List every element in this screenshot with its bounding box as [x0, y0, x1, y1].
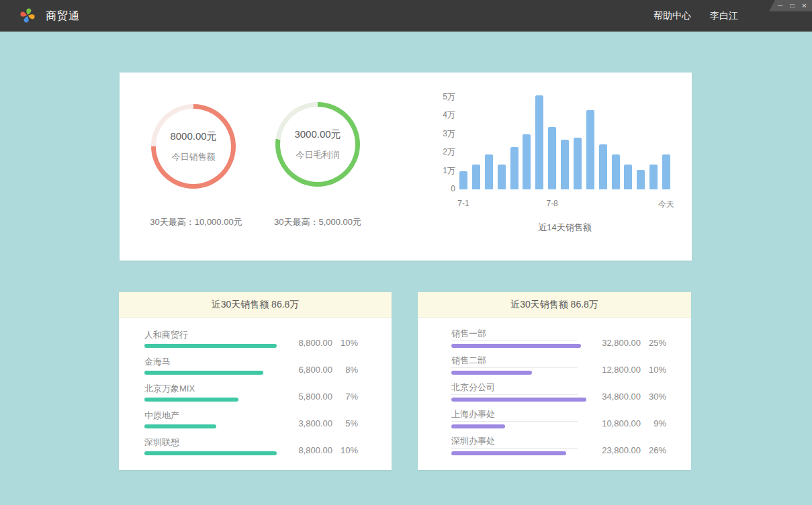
- rank-item-left: 北京万象MIX: [144, 383, 282, 402]
- rank-item-values: 6,800.008%: [282, 365, 358, 375]
- minimize-icon[interactable]: ─: [776, 3, 784, 9]
- chart-bar: [485, 154, 493, 189]
- chart-y-axis: 5万4万3万2万1万0: [434, 88, 455, 198]
- close-icon[interactable]: ✕: [801, 3, 808, 9]
- rank-item-left: 销售二部: [451, 355, 590, 375]
- rank-item-amount: 8,800.00: [282, 445, 332, 455]
- rank-item-values: 23,800.0026%: [590, 445, 666, 455]
- customer-rank-row: 深圳联想8,800.0010%: [144, 437, 358, 455]
- chart-x-axis: 7-17-8今天: [459, 199, 670, 210]
- rank-item-bar: [144, 344, 277, 348]
- chart-bar: [599, 144, 607, 189]
- rank-item-bar: [144, 371, 263, 375]
- y-tick-label: 5万: [434, 88, 455, 106]
- department-rank-row: 销售一部32,800.0025%: [451, 329, 666, 348]
- customer-rank-card: 近30天销售额 86.8万 人和商贸行8,800.0010%金海马6,800.0…: [119, 292, 392, 470]
- rank-item-left: 北京分公司: [451, 381, 590, 402]
- chart-bar: [637, 170, 645, 189]
- chart-bar: [612, 154, 620, 189]
- chart-bar: [586, 110, 594, 189]
- app-title: 商贸通: [46, 0, 80, 32]
- rank-item-amount: 12,800.00: [590, 365, 641, 375]
- rank-item-percent: 9%: [641, 418, 666, 428]
- x-tick-label: 7-1: [457, 199, 469, 208]
- bar-plot: [459, 93, 670, 189]
- customer-rank-title: 近30天销售额 86.8万: [119, 292, 392, 318]
- titlebar-nav: 帮助中心 李白江: [653, 0, 738, 32]
- today-overview-card: 8000.00元 今日销售额 30天最高：10,000.00元 3000.00元…: [120, 73, 692, 261]
- rank-item-name: 北京万象MIX: [144, 383, 282, 394]
- rank-item-bar: [451, 424, 505, 428]
- rank-item-values: 8,800.0010%: [282, 445, 358, 455]
- rank-item-bar: [144, 398, 238, 402]
- rank-item-percent: 8%: [332, 365, 358, 375]
- department-rank-row: 北京分公司34,800.0030%: [451, 383, 666, 402]
- rank-item-left: 中原地产: [144, 410, 282, 428]
- titlebar: 商贸通 帮助中心 李白江 ─ □ ✕: [0, 0, 812, 32]
- rank-item-percent: 10%: [332, 338, 358, 348]
- rank-item-name: 销售二部: [451, 355, 578, 368]
- rank-item-percent: 30%: [641, 392, 666, 402]
- today-sales-ring-center: 8000.00元 今日销售额: [156, 109, 231, 184]
- y-tick-label: 1万: [434, 162, 455, 180]
- help-center-link[interactable]: 帮助中心: [653, 10, 691, 22]
- rank-item-percent: 26%: [641, 445, 666, 455]
- chart-bar: [523, 134, 531, 189]
- today-sales-label: 今日销售额: [172, 151, 216, 163]
- rank-item-amount: 8,800.00: [282, 338, 332, 348]
- rank-item-values: 34,800.0030%: [590, 392, 666, 402]
- user-menu[interactable]: 李白江: [710, 10, 738, 22]
- department-rank-row: 上海办事处10,800.009%: [451, 410, 666, 428]
- profit-30d-max: 30天最高：5,000.00元: [237, 216, 398, 228]
- rank-item-bar: [451, 371, 532, 375]
- rank-item-amount: 5,800.00: [282, 392, 332, 402]
- department-rank-body: 销售一部32,800.0025%销售二部12,800.0010%北京分公司34,…: [418, 318, 691, 455]
- rank-item-name: 北京分公司: [451, 381, 578, 395]
- department-rank-title: 近30天销售额 86.8万: [418, 292, 691, 318]
- chart-bar: [624, 165, 632, 189]
- rank-item-left: 深圳办事处: [451, 435, 590, 455]
- x-tick-label: 7-8: [546, 199, 557, 208]
- today-profit-ring-center: 3000.00元 今日毛利润: [280, 107, 355, 182]
- rank-item-values: 12,800.0010%: [590, 365, 666, 375]
- rank-item-bar: [144, 424, 216, 428]
- today-sales-ring: 8000.00元 今日销售额: [151, 104, 236, 189]
- window-controls: ─ □ ✕: [769, 0, 812, 11]
- x-tick-label: 今天: [658, 199, 674, 210]
- rank-item-bar: [144, 451, 277, 455]
- rank-item-left: 深圳联想: [144, 437, 282, 455]
- y-tick-label: 4万: [434, 106, 455, 124]
- chart-bar: [498, 165, 506, 189]
- today-sales-value: 8000.00元: [170, 130, 216, 143]
- rank-item-name: 销售一部: [451, 328, 578, 341]
- customer-rank-body: 人和商贸行8,800.0010%金海马6,800.008%北京万象MIX5,80…: [119, 318, 392, 455]
- today-profit-label: 今日毛利润: [296, 149, 340, 161]
- rank-item-percent: 7%: [332, 392, 358, 402]
- y-tick-label: 0: [434, 180, 455, 198]
- rank-item-values: 10,800.009%: [590, 418, 666, 428]
- rank-item-percent: 10%: [332, 445, 358, 455]
- rank-item-percent: 25%: [641, 338, 666, 348]
- maximize-icon[interactable]: □: [788, 3, 796, 9]
- y-tick-label: 2万: [434, 143, 455, 161]
- rank-item-left: 销售一部: [451, 328, 590, 348]
- rank-item-amount: 34,800.00: [590, 392, 641, 402]
- customer-rank-row: 中原地产3,800.005%: [144, 410, 358, 428]
- rank-item-amount: 10,800.00: [590, 418, 641, 428]
- chart-bar: [561, 140, 569, 189]
- rank-item-amount: 23,800.00: [590, 445, 641, 455]
- logo-pinwheel-icon: [19, 7, 36, 24]
- rank-item-name: 金海马: [144, 356, 282, 367]
- chart-bar: [662, 154, 670, 189]
- rank-item-amount: 6,800.00: [282, 365, 332, 375]
- today-profit-value: 3000.00元: [294, 128, 341, 141]
- chart-bar: [548, 127, 556, 189]
- rank-item-values: 3,800.005%: [282, 418, 358, 428]
- rank-item-name: 中原地产: [144, 410, 282, 421]
- department-rank-row: 深圳办事处23,800.0026%: [451, 437, 666, 455]
- rank-item-amount: 32,800.00: [590, 338, 641, 348]
- chart-caption: 近14天销售额: [459, 222, 670, 234]
- customer-rank-row: 人和商贸行8,800.0010%: [144, 329, 358, 348]
- rank-item-values: 32,800.0025%: [590, 338, 666, 348]
- rank-item-name: 人和商贸行: [144, 329, 282, 340]
